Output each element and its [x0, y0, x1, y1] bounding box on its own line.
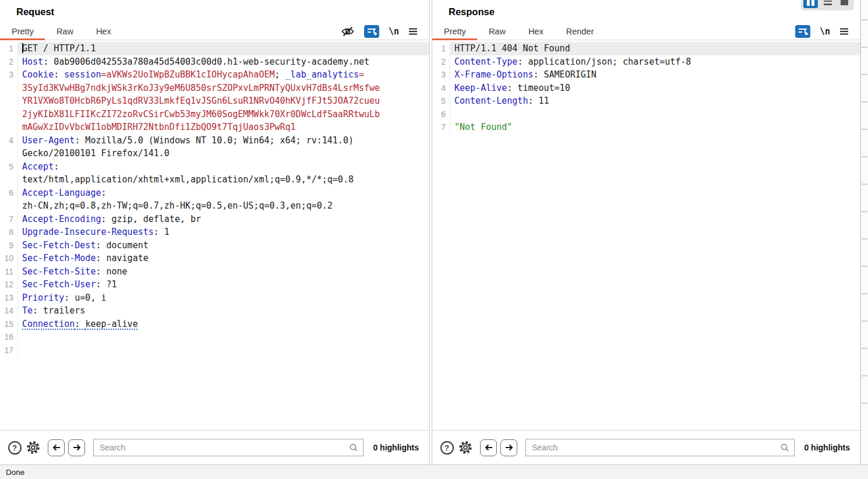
code-line[interactable]: 13Priority: u=0, i — [0, 291, 429, 305]
code-line[interactable]: 4User-Agent: Mozilla/5.0 (Windows NT 10.… — [0, 134, 429, 147]
line-number: 14 — [0, 304, 17, 318]
code-line[interactable]: 7Accept-Encoding: gzip, deflate, br — [0, 213, 429, 226]
code-line[interactable]: 1HTTP/1.1 404 Not Found — [432, 42, 860, 55]
code-line[interactable]: 16 — [0, 330, 429, 344]
request-search-input[interactable] — [93, 439, 364, 456]
code-line[interactable]: 10Sec-Fetch-Mode: navigate — [0, 252, 429, 265]
code-text: Te: trailers — [17, 304, 429, 318]
line-number: 17 — [0, 344, 17, 357]
code-line[interactable]: 7"Not Found" — [432, 121, 860, 134]
code-text: Priority: u=0, i — [17, 291, 429, 305]
code-line[interactable]: 14Te: trailers — [0, 304, 429, 318]
code-line[interactable]: 5Accept: — [0, 160, 429, 174]
settings-gear-icon[interactable] — [26, 440, 41, 455]
code-text: X-Frame-Options: SAMEORIGIN — [450, 68, 860, 82]
request-search-toolbar: ? — [0, 430, 429, 464]
pretty-print-icon[interactable] — [364, 25, 379, 38]
code-line[interactable]: 11Sec-Fetch-Site: none — [0, 265, 429, 279]
line-number: 6 — [432, 108, 450, 121]
request-tabrow: PrettyRawHex — [0, 23, 429, 40]
code-text: Accept-Encoding: gzip, deflate, br — [17, 213, 429, 226]
rail-tick — [862, 101, 867, 103]
code-line[interactable]: 3X-Frame-Options: SAMEORIGIN — [432, 68, 860, 82]
line-number — [0, 121, 17, 134]
request-tab-hex[interactable]: Hex — [84, 23, 122, 40]
rail-tick — [862, 348, 867, 349]
response-tab-hex[interactable]: Hex — [517, 23, 555, 40]
single-view-icon — [841, 0, 848, 5]
previous-match-button[interactable] — [48, 439, 65, 456]
code-text: zh-CN,zh;q=0.8,zh-TW;q=0.7,zh-HK;q=0.5,e… — [17, 199, 429, 213]
response-tab-raw[interactable]: Raw — [477, 23, 517, 40]
next-match-button[interactable] — [68, 439, 85, 456]
code-line[interactable]: 17 — [0, 344, 429, 357]
request-editor[interactable]: 1GET / HTTP/1.12Host: 0ab9006d042553a780… — [0, 40, 429, 430]
code-line[interactable]: text/html,application/xhtml+xml,applicat… — [0, 173, 429, 186]
code-line[interactable]: YR1VXWo8T0HcbR6PyLs1qdRV33LmkfEq1vJSGn6L… — [0, 94, 429, 108]
response-panel: Response PrettyRawHexRender \n — [432, 0, 868, 464]
newline-icon[interactable]: \n — [820, 26, 830, 37]
line-number: 15 — [0, 318, 17, 331]
code-line[interactable]: 8Upgrade-Insecure-Requests: 1 — [0, 226, 429, 239]
code-text: User-Agent: Mozilla/5.0 (Windows NT 10.0… — [17, 134, 429, 147]
pretty-print-icon[interactable] — [795, 25, 810, 38]
response-tab-pretty[interactable]: Pretty — [432, 23, 477, 40]
menu-icon[interactable] — [839, 27, 849, 36]
code-text — [450, 108, 860, 121]
code-text: GET / HTTP/1.1 — [17, 42, 429, 55]
code-line[interactable]: 3Cookie: session=aVKWs2UoIWpBZuBBK1cIOHy… — [0, 68, 429, 82]
code-text: "Not Found" — [450, 121, 860, 134]
code-line[interactable]: 3SyId3KVwHBg7ndkjWSk3rKoJ3y9eM6U850srSZO… — [0, 82, 429, 95]
code-line[interactable]: 6 — [432, 108, 860, 121]
hide-matches-icon[interactable] — [341, 26, 355, 37]
code-line[interactable]: 4Keep-Alive: timeout=10 — [432, 82, 860, 95]
line-number: 3 — [0, 68, 17, 82]
rail-tick — [862, 211, 867, 212]
code-line[interactable]: mAGwXzIDvVbcWI1obMDIRH72NtbnDfi1ZbQO9t7T… — [0, 121, 429, 134]
request-tab-raw[interactable]: Raw — [45, 23, 84, 40]
code-line[interactable]: 1GET / HTTP/1.1 — [0, 42, 429, 55]
line-number — [0, 173, 17, 186]
code-line[interactable]: 15Connection: keep-alive — [0, 318, 429, 331]
code-line[interactable]: 2Host: 0ab9006d042553a780a45d54003c00d0.… — [0, 55, 429, 69]
newline-icon[interactable]: \n — [389, 26, 399, 37]
code-line[interactable]: 12Sec-Fetch-User: ?1 — [0, 278, 429, 291]
code-text: 2jyKIbX81LFIIKcZI72zoRvCSirCwb53myJM60So… — [17, 108, 429, 121]
settings-gear-icon[interactable] — [458, 440, 473, 455]
response-editor[interactable]: 1HTTP/1.1 404 Not Found2Content-Type: ap… — [432, 40, 860, 430]
line-number: 7 — [432, 121, 450, 134]
line-number: 8 — [0, 226, 17, 239]
code-text: text/html,application/xhtml+xml,applicat… — [17, 173, 429, 186]
code-line[interactable]: zh-CN,zh;q=0.8,zh-TW;q=0.7,zh-HK;q=0.5,e… — [0, 199, 429, 213]
rail-tick — [862, 156, 867, 157]
line-number: 7 — [0, 213, 17, 226]
line-number — [0, 82, 17, 95]
line-number: 1 — [0, 42, 17, 55]
code-text: Keep-Alive: timeout=10 — [450, 82, 860, 95]
code-line[interactable]: 2Content-Type: application/json; charset… — [432, 55, 860, 69]
menu-icon[interactable] — [408, 27, 418, 36]
code-line[interactable]: 5Content-Length: 11 — [432, 94, 860, 108]
help-icon[interactable]: ? — [7, 440, 22, 455]
previous-match-button[interactable] — [480, 439, 497, 456]
response-search-input[interactable] — [525, 439, 795, 456]
response-tab-render[interactable]: Render — [555, 23, 605, 40]
code-line[interactable]: 9Sec-Fetch-Dest: document — [0, 239, 429, 252]
code-line[interactable]: 6Accept-Language: — [0, 186, 429, 200]
code-line[interactable]: Gecko/20100101 Firefox/141.0 — [0, 147, 429, 160]
code-text: Host: 0ab9006d042553a780a45d54003c00d0.h… — [17, 55, 429, 69]
collapsed-inspector-rail[interactable] — [860, 0, 868, 464]
layout-single-button[interactable] — [837, 0, 852, 8]
code-text: Upgrade-Insecure-Requests: 1 — [17, 226, 429, 239]
request-tab-pretty[interactable]: Pretty — [0, 23, 45, 40]
code-text: Accept: — [17, 160, 429, 174]
help-icon[interactable]: ? — [439, 440, 454, 455]
code-line[interactable]: 2jyKIbX81LFIIKcZI72zoRvCSirCwb53myJM60So… — [0, 108, 429, 121]
line-number: 5 — [0, 160, 17, 174]
next-match-button[interactable] — [500, 439, 517, 456]
layout-stacked-button[interactable] — [820, 0, 835, 8]
code-text: Accept-Language: — [17, 186, 429, 200]
line-number — [0, 147, 17, 160]
response-search-toolbar: ? — [432, 430, 860, 464]
layout-columns-button[interactable] — [803, 0, 818, 8]
